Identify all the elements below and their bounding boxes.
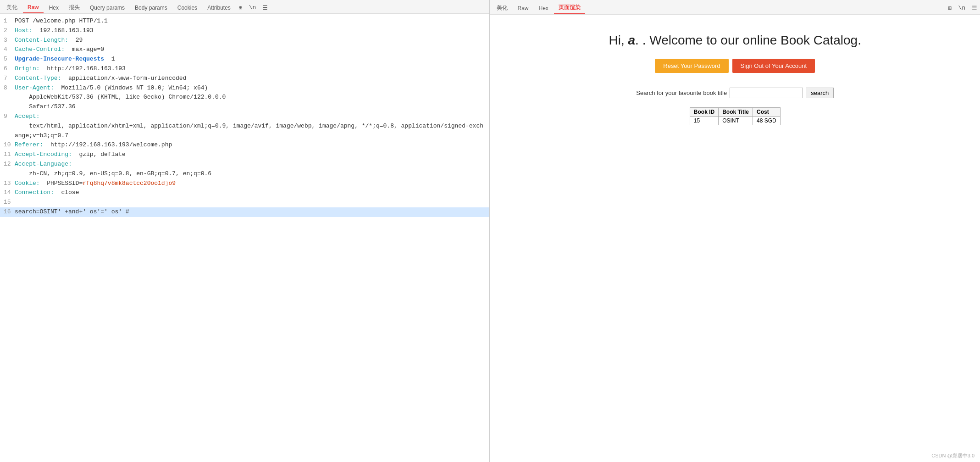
line-5-content: Upgrade-Insecure-Requests 1: [15, 55, 486, 64]
code-line-15: 15: [0, 198, 489, 207]
line-16-content: search=OSINT' +and+' os'=' os' #: [15, 207, 486, 217]
code-line-5: 5 Upgrade-Insecure-Requests 1: [0, 55, 489, 64]
code-line-2: 2 Host: 192.168.163.193: [0, 26, 489, 36]
col-cost: Cost: [753, 108, 780, 117]
username: a: [628, 33, 636, 47]
line-num-9: 9: [4, 112, 12, 122]
code-line-6: 6 Origin: http://192.168.163.193: [0, 64, 489, 74]
line-num-1: 1: [4, 17, 12, 26]
search-label: Search for your favourite book title: [636, 89, 727, 96]
line-2-content: Host: 192.168.163.193: [15, 26, 486, 36]
code-line-14: 14 Connection: close: [0, 188, 489, 198]
line-num-16: 16: [4, 207, 12, 217]
tab-beautify-left[interactable]: 美化: [2, 2, 22, 13]
tab-headers-left[interactable]: 报头: [64, 2, 84, 13]
line-num-11: 11: [4, 150, 12, 160]
tab-query-params[interactable]: Query params: [85, 3, 129, 13]
sign-out-button[interactable]: Sign Out of Your Account: [732, 59, 815, 73]
code-line-13: 13 Cookie: PHPSESSID=rfq8hq7v8mk8actcc20…: [0, 179, 489, 189]
right-tab-bar: 美化 Raw Hex 页面渲染 ⊞ \n ☰: [490, 0, 980, 15]
cell-cost: 48 SGD: [753, 117, 780, 125]
page-render-area: Hi, a. . Welcome to our online Book Cata…: [490, 15, 980, 462]
menu-icon-left[interactable]: ☰: [260, 2, 271, 13]
footer: CSDN @郑居中3.0: [931, 452, 974, 459]
line-num-12: 12: [4, 160, 12, 169]
line-10-content: Referer: http://192.168.163.193/welcome.…: [15, 140, 486, 150]
code-line-7: 7 Content-Type: application/x-www-form-u…: [0, 74, 489, 83]
right-panel: 美化 Raw Hex 页面渲染 ⊞ \n ☰ Hi, a. . Welcome …: [490, 0, 980, 462]
welcome-text: . Welcome to our online Book Catalog.: [642, 33, 861, 47]
line-12-content: Accept-Language: zh-CN, zh;q=0.9, en-US;…: [15, 160, 486, 179]
line-num-15: 15: [4, 198, 12, 207]
code-line-9: 9 Accept: text/html, application/xhtml+x…: [0, 112, 489, 140]
line-7-content: Content-Type: application/x-www-form-url…: [15, 74, 486, 83]
code-line-8: 8 User-Agent: Mozilla/5.0 (Windows NT 10…: [0, 83, 489, 112]
tab-raw-right[interactable]: Raw: [513, 3, 533, 13]
line-14-content: Connection: close: [15, 188, 486, 198]
tab-body-params[interactable]: Body params: [130, 3, 172, 13]
request-code-area: 1 POST /welcome.php HTTP/1.1 2 Host: 192…: [0, 14, 489, 462]
code-line-12: 12 Accept-Language: zh-CN, zh;q=0.9, en-…: [0, 160, 489, 179]
menu-icon-right[interactable]: ☰: [969, 3, 980, 14]
action-buttons: Reset Your Password Sign Out of Your Acc…: [655, 59, 815, 73]
line-4-content: Cache-Control: max-age=0: [15, 45, 486, 55]
line-num-5: 5: [4, 55, 12, 64]
newline-icon-right[interactable]: \n: [955, 3, 968, 13]
line-num-14: 14: [4, 188, 12, 198]
line-num-13: 13: [4, 179, 12, 189]
line-num-3: 3: [4, 36, 12, 45]
line-num-6: 6: [4, 64, 12, 74]
line-6-content: Origin: http://192.168.163.193: [15, 64, 486, 74]
cell-title: OSINT: [719, 117, 753, 125]
line-11-content: Accept-Encoding: gzip, deflate: [15, 150, 486, 160]
code-line-4: 4 Cache-Control: max-age=0: [0, 45, 489, 55]
format-icon[interactable]: ⊞: [236, 2, 245, 13]
tab-render-right[interactable]: 页面渲染: [554, 2, 585, 14]
line-8-content: User-Agent: Mozilla/5.0 (Windows NT 10.0…: [15, 83, 486, 112]
col-book-title: Book Title: [719, 108, 753, 117]
table-row: 15 OSINT 48 SGD: [690, 117, 780, 125]
results-table: Book ID Book Title Cost 15 OSINT 48 SGD: [690, 107, 781, 125]
code-line-10: 10 Referer: http://192.168.163.193/welco…: [0, 140, 489, 150]
tab-attributes[interactable]: Attributes: [203, 3, 235, 13]
code-line-11: 11 Accept-Encoding: gzip, deflate: [0, 150, 489, 160]
line-1-content: POST /welcome.php HTTP/1.1: [15, 17, 486, 26]
tab-beautify-right[interactable]: 美化: [492, 2, 512, 14]
newline-icon[interactable]: \n: [246, 2, 259, 13]
col-book-id: Book ID: [690, 108, 718, 117]
left-tab-bar: 美化 Raw Hex 报头 Query params Body params C…: [0, 0, 489, 14]
line-num-2: 2: [4, 26, 12, 36]
tab-hex-left[interactable]: Hex: [44, 3, 63, 13]
line-3-content: Content-Length: 29: [15, 36, 486, 45]
search-input[interactable]: [730, 88, 803, 98]
cell-id: 15: [690, 117, 718, 125]
line-num-8: 8: [4, 83, 12, 93]
search-row: Search for your favourite book title sea…: [636, 88, 834, 98]
line-num-4: 4: [4, 45, 12, 55]
format-icon-right[interactable]: ⊞: [946, 3, 955, 14]
code-line-16: 16 search=OSINT' +and+' os'=' os' #: [0, 207, 489, 217]
search-button[interactable]: search: [806, 88, 834, 98]
code-line-3: 3 Content-Length: 29: [0, 36, 489, 45]
line-num-10: 10: [4, 140, 12, 150]
welcome-heading: Hi, a. . Welcome to our online Book Cata…: [609, 33, 861, 48]
line-num-7: 7: [4, 74, 12, 83]
tab-raw-left[interactable]: Raw: [23, 2, 44, 13]
code-line-1: 1 POST /welcome.php HTTP/1.1: [0, 17, 489, 26]
left-panel: 美化 Raw Hex 报头 Query params Body params C…: [0, 0, 490, 462]
line-9-content: Accept: text/html, application/xhtml+xml…: [15, 112, 486, 140]
tab-hex-right[interactable]: Hex: [534, 3, 553, 13]
tab-cookies[interactable]: Cookies: [173, 3, 202, 13]
line-13-content: Cookie: PHPSESSID=rfq8hq7v8mk8actcc20oo1…: [15, 179, 486, 189]
reset-password-button[interactable]: Reset Your Password: [655, 59, 728, 73]
